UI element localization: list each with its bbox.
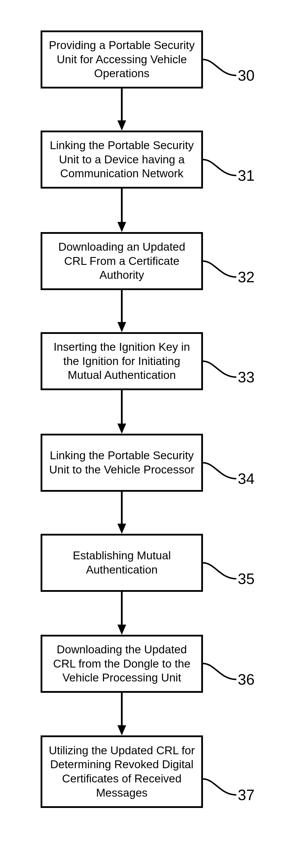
callout-label-32: 32	[238, 268, 255, 286]
step-30-text: Providing a Portable Security Unit for A…	[48, 38, 195, 81]
arrow-30-31	[116, 89, 128, 130]
callout-curve-30	[203, 59, 238, 83]
step-37-text: Utilizing the Updated CRL for Determinin…	[48, 744, 195, 800]
arrow-32-33	[116, 290, 128, 332]
callout-curve-36	[203, 663, 238, 687]
step-35-text: Establishing Mutual Authentication	[48, 549, 195, 577]
callout-label-35: 35	[238, 570, 255, 587]
step-32-text: Downloading an Updated CRL From a Certif…	[48, 240, 195, 282]
callout-label-37: 37	[238, 786, 255, 804]
callout-curve-33	[203, 361, 238, 384]
step-35: Establishing Mutual Authentication	[40, 534, 203, 592]
step-31-text: Linking the Portable Security Unit to a …	[48, 138, 195, 181]
callout-curve-37	[203, 779, 238, 802]
svg-marker-3	[118, 222, 126, 232]
step-32: Downloading an Updated CRL From a Certif…	[40, 232, 203, 290]
step-33: Inserting the Ignition Key in the Igniti…	[40, 332, 203, 390]
arrow-34-35	[116, 492, 128, 534]
arrow-31-32	[116, 189, 128, 232]
callout-curve-34	[203, 463, 238, 486]
callout-label-30: 30	[238, 67, 255, 84]
step-37: Utilizing the Updated CRL for Determinin…	[40, 736, 203, 808]
step-34: Linking the Portable Security Unit to th…	[40, 434, 203, 492]
step-36: Downloading the Updated CRL from the Don…	[40, 635, 203, 693]
svg-marker-9	[118, 524, 126, 534]
callout-label-33: 33	[238, 368, 255, 386]
callout-curve-35	[203, 563, 238, 586]
step-31: Linking the Portable Security Unit to a …	[40, 130, 203, 189]
step-34-text: Linking the Portable Security Unit to th…	[48, 448, 195, 477]
callout-label-36: 36	[238, 671, 255, 688]
svg-marker-13	[118, 725, 126, 736]
step-30: Providing a Portable Security Unit for A…	[40, 30, 203, 89]
arrow-35-36	[116, 592, 128, 635]
flowchart-canvas: Providing a Portable Security Unit for A…	[0, 0, 283, 868]
svg-marker-1	[118, 120, 126, 130]
callout-label-34: 34	[238, 470, 255, 487]
svg-marker-11	[118, 625, 126, 635]
step-33-text: Inserting the Ignition Key in the Igniti…	[48, 340, 195, 382]
svg-marker-7	[118, 424, 126, 434]
callout-label-31: 31	[238, 167, 255, 184]
arrow-33-34	[116, 390, 128, 434]
callout-curve-31	[203, 160, 238, 183]
step-36-text: Downloading the Updated CRL from the Don…	[48, 643, 195, 685]
arrow-36-37	[116, 693, 128, 736]
svg-marker-5	[118, 322, 126, 332]
callout-curve-32	[203, 261, 238, 284]
